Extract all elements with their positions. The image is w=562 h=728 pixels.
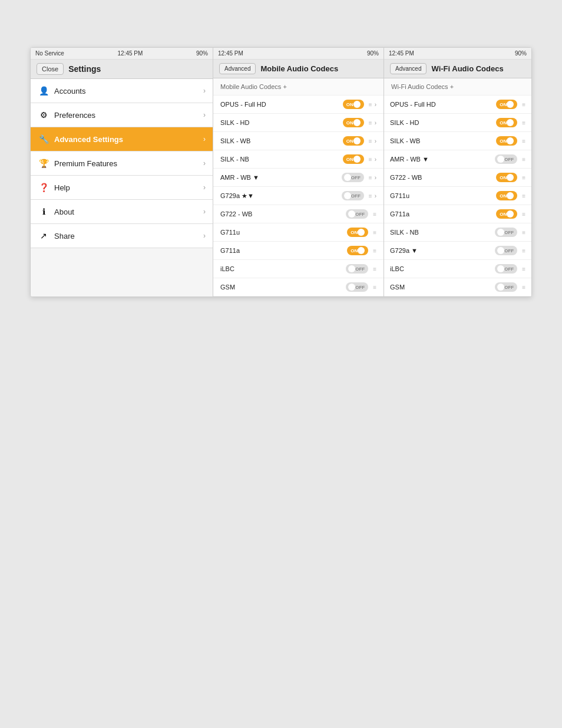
mobile-advanced-button[interactable]: Advanced [219, 63, 256, 74]
wifi-codec-row[interactable]: GSMOFF≡ [384, 278, 531, 297]
wifi-codec-toggle[interactable]: OFF [495, 264, 517, 274]
settings-panel: No Service 12:45 PM 90% Close Settings 👤… [31, 48, 213, 297]
wifi-drag-handle-icon[interactable]: ≡ [522, 193, 525, 199]
mobile-codec-row[interactable]: AMR - WB ▼OFF≡› [213, 169, 384, 187]
mobile-codec-name: OPUS - Full HD [220, 101, 343, 108]
wifi-drag-handle-icon[interactable]: ≡ [522, 156, 525, 163]
mobile-codecs-title: Mobile Audio Codecs [260, 64, 338, 73]
drag-handle-icon[interactable]: ≡ [373, 211, 376, 218]
wifi-codec-row[interactable]: AMR - WB ▼OFF≡ [384, 150, 531, 169]
premium-chevron: › [203, 159, 206, 167]
accounts-chevron: › [203, 87, 206, 95]
drag-handle-icon[interactable]: ≡ [369, 193, 372, 199]
mobile-codec-toggle[interactable]: ON [343, 118, 364, 127]
mobile-codec-toggle[interactable]: ON [343, 100, 364, 109]
about-chevron: › [203, 207, 206, 216]
menu-item-premium[interactable]: 🏆 Premium Features › [31, 151, 213, 176]
wifi-codec-name: OPUS - Full HD [390, 101, 496, 108]
wifi-codecs-header: Wi-Fi Audio Codecs + [384, 78, 531, 95]
row-arrow-icon: › [375, 138, 376, 144]
wifi-codec-toggle[interactable]: ON [496, 136, 517, 146]
wifi-codec-row[interactable]: SILK - WBON≡ [384, 132, 531, 150]
mobile-codec-toggle[interactable]: ON [343, 154, 364, 164]
drag-handle-icon[interactable]: ≡ [369, 156, 372, 163]
wifi-codec-row[interactable]: OPUS - Full HDON≡ [384, 95, 531, 114]
drag-handle-icon[interactable]: ≡ [369, 174, 372, 181]
wifi-drag-handle-icon[interactable]: ≡ [522, 248, 525, 254]
drag-handle-icon[interactable]: ≡ [373, 266, 376, 272]
wifi-drag-handle-icon[interactable]: ≡ [522, 211, 525, 218]
close-button[interactable]: Close [37, 63, 64, 75]
wifi-codec-row[interactable]: SILK - NBOFF≡ [384, 223, 531, 242]
wifi-codec-toggle[interactable]: ON [496, 209, 517, 219]
mobile-codec-row[interactable]: GSMOFF≡ [213, 278, 384, 297]
menu-item-about[interactable]: ℹ About › [31, 200, 213, 224]
mobile-codec-row[interactable]: iLBCOFF≡ [213, 260, 384, 278]
mobile-codec-name: SILK - HD [220, 119, 343, 126]
mobile-codec-name: G711u [220, 229, 347, 236]
wifi-drag-handle-icon[interactable]: ≡ [522, 284, 525, 291]
wifi-drag-handle-icon[interactable]: ≡ [522, 138, 525, 144]
drag-handle-icon[interactable]: ≡ [373, 229, 376, 236]
wifi-codec-name: SILK - HD [390, 119, 496, 126]
menu-item-help[interactable]: ❓ Help › [31, 176, 213, 200]
mobile-codec-row[interactable]: G722 - WBOFF≡ [213, 205, 384, 223]
mobile-codec-toggle[interactable]: ON [347, 228, 368, 237]
about-label: About [54, 207, 74, 216]
wifi-time: 12:45 PM [389, 50, 414, 57]
wifi-codec-row[interactable]: G729a ▼OFF≡ [384, 242, 531, 260]
menu-item-accounts[interactable]: 👤 Accounts › [31, 79, 213, 103]
wifi-codec-toggle[interactable]: ON [496, 173, 517, 182]
mobile-codec-row[interactable]: SILK - NBON≡› [213, 150, 384, 169]
mobile-codec-row[interactable]: G729a ★▼OFF≡› [213, 187, 384, 205]
wifi-codec-toggle[interactable]: OFF [495, 228, 517, 237]
mobile-codec-row[interactable]: SILK - WBON≡› [213, 132, 384, 150]
wifi-codec-toggle[interactable]: OFF [495, 246, 517, 255]
menu-item-advanced[interactable]: 🔧 Advanced Settings › [31, 127, 213, 151]
wifi-codec-row[interactable]: SILK - HDON≡ [384, 114, 531, 132]
wifi-codec-toggle[interactable]: OFF [495, 282, 517, 292]
drag-handle-icon[interactable]: ≡ [369, 120, 372, 126]
drag-handle-icon[interactable]: ≡ [373, 284, 376, 291]
drag-handle-icon[interactable]: ≡ [369, 101, 372, 108]
share-icon: ↗ [38, 230, 49, 242]
wifi-codec-name: SILK - WB [390, 137, 496, 144]
wifi-codecs-title: Wi-Fi Audio Codecs [431, 64, 503, 73]
menu-item-share[interactable]: ↗ Share › [31, 224, 213, 248]
mobile-codec-row[interactable]: SILK - HDON≡› [213, 114, 384, 132]
mobile-codec-toggle[interactable]: OFF [342, 191, 364, 200]
mobile-codec-row[interactable]: OPUS - Full HDON≡› [213, 95, 384, 114]
wifi-codec-row[interactable]: G711aON≡ [384, 205, 531, 223]
wifi-drag-handle-icon[interactable]: ≡ [522, 174, 525, 181]
menu-item-preferences[interactable]: ⚙ Preferences › [31, 103, 213, 127]
wifi-drag-handle-icon[interactable]: ≡ [522, 120, 525, 126]
wifi-codec-row[interactable]: G722 - WBON≡ [384, 169, 531, 187]
wifi-codec-row[interactable]: iLBCOFF≡ [384, 260, 531, 278]
mobile-codec-toggle[interactable]: ON [347, 246, 368, 255]
mobile-codec-row[interactable]: G711uON≡ [213, 223, 384, 242]
wifi-codec-toggle[interactable]: ON [496, 118, 517, 127]
drag-handle-icon[interactable]: ≡ [369, 138, 372, 144]
wifi-drag-handle-icon[interactable]: ≡ [522, 229, 525, 236]
mobile-codec-toggle[interactable]: OFF [346, 209, 368, 219]
mobile-time: 12:45 PM [218, 50, 243, 57]
mobile-codec-name: iLBC [220, 265, 346, 272]
mobile-codec-toggle[interactable]: OFF [346, 282, 368, 292]
wifi-drag-handle-icon[interactable]: ≡ [522, 266, 525, 272]
mobile-codec-toggle[interactable]: OFF [342, 173, 364, 182]
mobile-codec-toggle[interactable]: ON [343, 136, 364, 146]
drag-handle-icon[interactable]: ≡ [373, 248, 376, 254]
mobile-codec-name: G729a ★▼ [220, 192, 342, 200]
wifi-codec-toggle[interactable]: ON [496, 191, 517, 200]
wifi-drag-handle-icon[interactable]: ≡ [522, 101, 525, 108]
share-label: Share [54, 232, 75, 241]
wifi-codec-name: AMR - WB ▼ [390, 156, 495, 163]
mobile-codec-toggle[interactable]: OFF [346, 264, 368, 274]
wifi-advanced-button[interactable]: Advanced [390, 63, 427, 74]
wifi-codec-toggle[interactable]: OFF [495, 154, 517, 164]
premium-icon: 🏆 [38, 157, 49, 169]
wifi-codec-toggle[interactable]: ON [496, 100, 517, 109]
wifi-status-bar: 12:45 PM 90% [384, 48, 531, 60]
mobile-codec-row[interactable]: G711aON≡ [213, 242, 384, 260]
wifi-codec-row[interactable]: G711uON≡ [384, 187, 531, 205]
